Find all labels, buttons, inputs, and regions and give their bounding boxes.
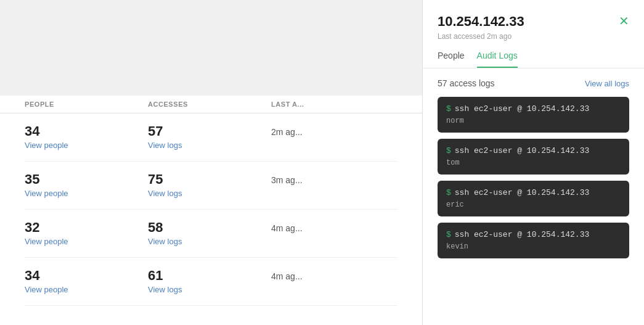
cell-people-0: 34 View people xyxy=(25,125,148,150)
table-row: 35 View people 75 View logs 3m ag... xyxy=(25,162,397,210)
dollar-icon-3: $ xyxy=(446,230,451,239)
log-entry-0[interactable]: $ssh ec2-user @ 10.254.142.33 norm xyxy=(438,97,629,133)
cell-last-1: 3m ag... xyxy=(271,173,397,185)
dollar-icon-0: $ xyxy=(446,104,451,113)
log-command-3: $ssh ec2-user @ 10.254.142.33 xyxy=(446,230,621,239)
last-time-2: 4m ag... xyxy=(271,221,397,233)
log-command-2: $ssh ec2-user @ 10.254.142.33 xyxy=(446,188,621,197)
last-time-1: 3m ag... xyxy=(271,173,397,185)
panel-body: 57 access logs View all logs $ssh ec2-us… xyxy=(423,68,644,325)
col-header-accesses: ACCESSES xyxy=(148,101,271,108)
people-count-2: 32 xyxy=(25,221,148,234)
people-count-0: 34 xyxy=(25,125,148,138)
log-user-2: eric xyxy=(446,200,621,209)
accesses-count-2: 58 xyxy=(148,221,271,234)
panel-title-row: 10.254.142.33 ✕ xyxy=(438,14,629,30)
log-command-0: $ssh ec2-user @ 10.254.142.33 xyxy=(446,104,621,113)
table-row: 34 View people 61 View logs 4m ag... xyxy=(25,258,397,306)
view-people-link-0[interactable]: View people xyxy=(25,141,148,150)
people-count-3: 34 xyxy=(25,269,148,282)
col-header-people: PEOPLE xyxy=(25,101,148,108)
cell-accesses-1: 75 View logs xyxy=(148,173,271,198)
tab-audit-logs[interactable]: Audit Logs xyxy=(477,51,518,68)
accesses-count-0: 57 xyxy=(148,125,271,138)
cell-accesses-0: 57 View logs xyxy=(148,125,271,150)
accesses-count-3: 61 xyxy=(148,269,271,282)
cell-people-3: 34 View people xyxy=(25,269,148,294)
log-user-1: tom xyxy=(446,158,621,167)
table-row: 32 View people 58 View logs 4m ag... xyxy=(25,210,397,258)
tab-people[interactable]: People xyxy=(438,51,465,68)
log-entry-3[interactable]: $ssh ec2-user @ 10.254.142.33 kevin xyxy=(438,223,629,258)
col-header-last: LAST A... xyxy=(271,101,397,108)
panel-header: 10.254.142.33 ✕ Last accessed 2m ago Peo… xyxy=(423,0,644,68)
last-time-3: 4m ag... xyxy=(271,269,397,281)
panel-tabs: People Audit Logs xyxy=(438,51,629,68)
table-row: 34 View people 57 View logs 2m ag... xyxy=(25,113,397,162)
left-panel: PEOPLE ACCESSES LAST A... 34 View people… xyxy=(0,0,422,325)
panel-ip: 10.254.142.33 xyxy=(438,14,524,30)
view-logs-link-2[interactable]: View logs xyxy=(148,237,271,246)
view-logs-link-0[interactable]: View logs xyxy=(148,141,271,150)
close-button[interactable]: ✕ xyxy=(619,15,629,27)
cell-accesses-2: 58 View logs xyxy=(148,221,271,246)
accesses-count-1: 75 xyxy=(148,173,271,186)
cell-accesses-3: 61 View logs xyxy=(148,269,271,294)
log-user-0: norm xyxy=(446,117,621,125)
access-count-label: 57 access logs xyxy=(438,78,495,88)
access-logs-header: 57 access logs View all logs xyxy=(438,78,629,88)
cell-people-1: 35 View people xyxy=(25,173,148,198)
log-user-3: kevin xyxy=(446,242,621,251)
view-people-link-1[interactable]: View people xyxy=(25,189,148,198)
cell-last-3: 4m ag... xyxy=(271,269,397,281)
cell-people-2: 32 View people xyxy=(25,221,148,246)
table-header: PEOPLE ACCESSES LAST A... xyxy=(0,96,422,113)
table-body: 34 View people 57 View logs 2m ag... 35 … xyxy=(0,113,422,306)
cell-last-2: 4m ag... xyxy=(271,221,397,233)
view-all-logs-link[interactable]: View all logs xyxy=(585,79,629,88)
view-people-link-2[interactable]: View people xyxy=(25,237,148,246)
dollar-icon-2: $ xyxy=(446,188,451,197)
last-time-0: 2m ag... xyxy=(271,125,397,137)
view-logs-link-3[interactable]: View logs xyxy=(148,285,271,294)
view-people-link-3[interactable]: View people xyxy=(25,285,148,294)
log-entry-1[interactable]: $ssh ec2-user @ 10.254.142.33 tom xyxy=(438,139,629,175)
top-gray-area xyxy=(0,0,422,96)
panel-subtitle: Last accessed 2m ago xyxy=(438,32,629,41)
log-command-1: $ssh ec2-user @ 10.254.142.33 xyxy=(446,146,621,155)
right-panel: 10.254.142.33 ✕ Last accessed 2m ago Peo… xyxy=(422,0,644,325)
view-logs-link-1[interactable]: View logs xyxy=(148,189,271,198)
cell-last-0: 2m ag... xyxy=(271,125,397,137)
people-count-1: 35 xyxy=(25,173,148,186)
log-entry-2[interactable]: $ssh ec2-user @ 10.254.142.33 eric xyxy=(438,181,629,216)
dollar-icon-1: $ xyxy=(446,146,451,155)
